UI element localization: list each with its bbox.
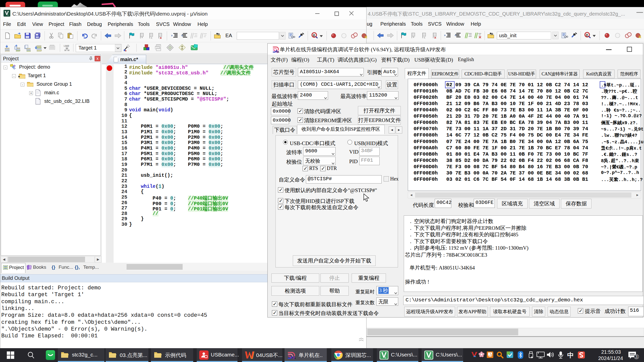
bg-combo-dropdown-icon[interactable] (552, 32, 558, 40)
hex-checkbox[interactable] (384, 176, 389, 182)
menu-debug[interactable]: Debug (87, 21, 102, 27)
expander-plus-icon[interactable]: + (29, 91, 33, 95)
settings-button[interactable]: 设置 (386, 80, 398, 89)
bg-menu-ug[interactable]: ug (367, 21, 372, 27)
stc-tab-7[interactable]: 范例程序 (618, 70, 640, 78)
close-button[interactable] (344, 7, 360, 19)
success-count-input[interactable]: 516 (628, 307, 644, 316)
code-length-input[interactable]: 00C42 (435, 199, 451, 208)
expander-minus-icon[interactable]: - (12, 74, 16, 78)
custom-command-input[interactable]: @STCISP# (306, 175, 382, 184)
pid-input[interactable]: FF01 (359, 157, 380, 165)
breakpoint-disable-icon[interactable] (341, 33, 347, 40)
taskbar-button-3[interactable]: 示例代码 (151, 348, 193, 362)
hex-scrollbar[interactable]: ◄► (408, 192, 641, 198)
breakpoint-kill-all-icon[interactable] (361, 32, 368, 40)
notification-icon[interactable]: 3 (628, 351, 639, 359)
hex-scroll-thumb[interactable] (415, 193, 631, 198)
taskbar-button-6[interactable]: 单片机在.. (285, 348, 327, 362)
bg-navigate-forward-icon[interactable] (387, 32, 394, 40)
find-in-files-icon[interactable]: @ (311, 32, 318, 40)
menu-project[interactable]: Project (49, 21, 64, 27)
bg-source-browser-icon[interactable] (561, 32, 568, 40)
bg-menu-svcs[interactable]: SVCS (428, 21, 441, 27)
check-options-button[interactable]: 检测选项 (271, 286, 319, 296)
menu-edit[interactable]: Edit (17, 21, 26, 27)
stc-tab-1[interactable]: 程序文件 (405, 68, 429, 79)
pins-combo-dropdown-icon[interactable] (394, 71, 397, 73)
breakpoint-toggle-icon[interactable] (331, 33, 337, 40)
build-icon[interactable] (14, 44, 21, 53)
repeat-times-combo-dropdown-icon[interactable] (394, 301, 397, 302)
editor-tab-main-c[interactable]: main.c* (106, 55, 146, 64)
mail-package-icon[interactable] (190, 44, 198, 52)
repeat-delay-combo[interactable]: 3 秒 (376, 286, 398, 295)
parity-combo-dropdown-icon[interactable] (332, 160, 334, 162)
stc-minimize-button[interactable] (606, 49, 612, 50)
publish-help-button[interactable]: 发布APP帮助 (457, 307, 488, 316)
scrollbar-thumb[interactable] (367, 329, 518, 335)
translate-icon[interactable] (4, 44, 11, 53)
display-icon[interactable] (536, 351, 545, 360)
save-data-button[interactable]: 保存数据 (561, 199, 591, 208)
clock-time[interactable]: 21:55:03 (601, 349, 621, 355)
green-check-icon[interactable] (506, 351, 513, 359)
stop-build-icon[interactable] (49, 44, 56, 52)
stc-tab-3[interactable]: CDC/HID-串口助手 (462, 70, 505, 78)
max-baud-combo-dropdown-icon[interactable] (395, 95, 397, 96)
indent-left-icon[interactable] (180, 32, 187, 40)
ea-combo-input[interactable] (237, 32, 279, 40)
manage-layout-icon[interactable] (166, 44, 174, 52)
read-disk-button[interactable]: 读取本机硬盘号 (490, 307, 530, 316)
menu-tools[interactable]: Tools (138, 21, 150, 27)
stop-button[interactable]: 停止 (320, 274, 349, 283)
taskbar-button-4[interactable]: USBcame... (197, 348, 237, 362)
bg-breakpoint-kill-all-icon[interactable] (635, 32, 642, 40)
bookmark-next-icon[interactable] (139, 32, 145, 40)
open-program-button[interactable]: 打开程序文件 (358, 106, 401, 115)
menu-svcs[interactable]: SVCS (156, 21, 170, 27)
bg-bookmark-clear-icon[interactable] (431, 32, 438, 40)
manage-multiproject-icon[interactable] (178, 44, 186, 52)
manage-books-icon[interactable] (154, 44, 162, 52)
hid-isp-checkbox[interactable]: ✓ (278, 198, 283, 203)
min-baud-combo-dropdown-icon[interactable] (324, 95, 327, 96)
menu-peripherals[interactable]: Peripherals (108, 21, 133, 27)
scrollbar-button[interactable]: ▶ (95, 256, 101, 263)
project-scrollbar[interactable]: ◀ ▶ (1, 256, 101, 263)
usb-icon[interactable] (528, 351, 534, 360)
speaker-icon[interactable] (546, 351, 554, 359)
bg-configure-folder-icon[interactable] (488, 32, 494, 40)
rts-checkbox[interactable]: ✓ (303, 166, 308, 171)
target-combo[interactable]: Target 1 (76, 44, 122, 52)
orange-search-icon[interactable] (496, 351, 504, 360)
vid-input[interactable]: 34BF (359, 147, 380, 156)
v-red-icon[interactable] (471, 351, 478, 359)
orange-doc-icon[interactable] (487, 351, 494, 359)
chip-model-combo-dropdown-icon[interactable] (360, 71, 363, 73)
stc-menu-5[interactable]: 资料下载(D) (381, 56, 410, 63)
menu-window[interactable]: Window (173, 21, 191, 27)
hex-scroll-left-icon[interactable]: ◄ (409, 193, 414, 198)
bg-find-in-files-icon[interactable]: @ (584, 32, 591, 40)
bg-indent-left-icon[interactable] (454, 32, 461, 40)
chip-model-combo[interactable]: AI8051U-34K64 (298, 68, 364, 76)
navigate-forward-icon[interactable] (114, 32, 122, 40)
default-command-checkbox[interactable]: ✓ (278, 187, 283, 193)
bg-bookmark-next-icon[interactable] (410, 32, 417, 40)
clear-button[interactable]: 清除 (532, 307, 545, 316)
start-button[interactable] (7, 351, 14, 359)
ime-zh-icon[interactable]: 中 (567, 351, 574, 360)
tree-row-stc-usb-cdc-32-lib[interactable]: stc_usb_cdc_32.LIB (1, 97, 101, 106)
menu-file[interactable]: File (3, 21, 11, 27)
new-file-icon[interactable] (4, 32, 11, 40)
uncomment-icon[interactable] (200, 32, 207, 40)
bg-find-dropdown-icon[interactable] (593, 35, 596, 37)
tab-download-password[interactable]: 下载口令 (273, 126, 297, 134)
bg-menu-window[interactable]: Window (446, 21, 464, 27)
tree-row-source-group-1[interactable]: -Source Group 1 (1, 80, 101, 88)
max-baud-combo[interactable]: 115200 (367, 91, 398, 100)
bg-comment-icon[interactable] (465, 32, 472, 40)
stc-tab-4[interactable]: USB-HID助手 (507, 70, 536, 78)
scrollbar-button[interactable]: ◀ (1, 256, 7, 263)
